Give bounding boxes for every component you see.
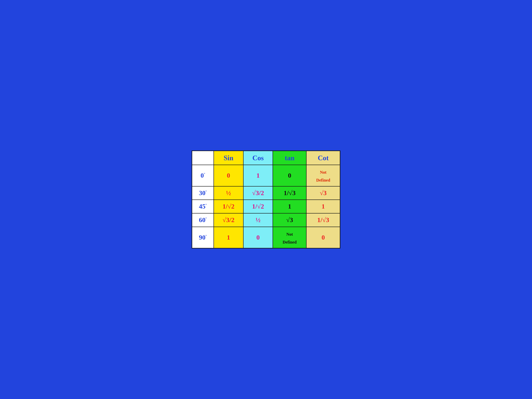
cot-60: 1/√3 bbox=[306, 213, 340, 227]
angle-60: 60° bbox=[192, 213, 214, 227]
not-defined-tan-90: NotDefined bbox=[283, 232, 297, 244]
cot-label: Cot bbox=[318, 154, 329, 162]
trig-table: Sin Cos tan Cot 0° 0 1 0 bbox=[192, 151, 340, 249]
cos-90: 0 bbox=[243, 227, 273, 248]
tan-30: 1/√3 bbox=[273, 186, 306, 200]
angle-30: 30° bbox=[192, 186, 214, 200]
header-cos-cell: Cos bbox=[243, 151, 273, 165]
sin-90: 1 bbox=[214, 227, 243, 248]
table-row: 60° √3/2 ½ √3 1/√3 bbox=[192, 213, 340, 227]
cot-0: NotDefined bbox=[306, 165, 340, 186]
sin-label: Sin bbox=[224, 154, 233, 162]
not-defined-cot-0: NotDefined bbox=[316, 170, 330, 183]
cos-45: 1/√2 bbox=[243, 200, 273, 213]
tan-0: 0 bbox=[273, 165, 306, 186]
table-row: 90° 1 0 NotDefined 0 bbox=[192, 227, 340, 248]
cot-30: √3 bbox=[306, 186, 340, 200]
cot-90: 0 bbox=[306, 227, 340, 248]
cos-label: Cos bbox=[253, 154, 264, 162]
header-tan-cell: tan bbox=[273, 151, 306, 165]
tan-60: √3 bbox=[273, 213, 306, 227]
tan-90: NotDefined bbox=[273, 227, 306, 248]
cot-45: 1 bbox=[306, 200, 340, 213]
sin-45: 1/√2 bbox=[214, 200, 243, 213]
table-row: 0° 0 1 0 NotDefined bbox=[192, 165, 340, 186]
cos-0: 1 bbox=[243, 165, 273, 186]
header-row: Sin Cos tan Cot bbox=[192, 151, 340, 165]
table-row: 30° ½ √3/2 1/√3 √3 bbox=[192, 186, 340, 200]
header-cot-cell: Cot bbox=[306, 151, 340, 165]
tan-45: 1 bbox=[273, 200, 306, 213]
sin-60: √3/2 bbox=[214, 213, 243, 227]
sin-30: ½ bbox=[214, 186, 243, 200]
table-wrapper: Sin Cos tan Cot 0° 0 1 0 bbox=[186, 145, 346, 254]
header-angle-cell bbox=[192, 151, 214, 165]
cos-60: ½ bbox=[243, 213, 273, 227]
header-sin-cell: Sin bbox=[214, 151, 243, 165]
cos-30: √3/2 bbox=[243, 186, 273, 200]
tan-label: tan bbox=[285, 154, 295, 162]
angle-0: 0° bbox=[192, 165, 214, 186]
angle-90: 90° bbox=[192, 227, 214, 248]
table-row: 45° 1/√2 1/√2 1 1 bbox=[192, 200, 340, 213]
sin-0: 0 bbox=[214, 165, 243, 186]
angle-45: 45° bbox=[192, 200, 214, 213]
